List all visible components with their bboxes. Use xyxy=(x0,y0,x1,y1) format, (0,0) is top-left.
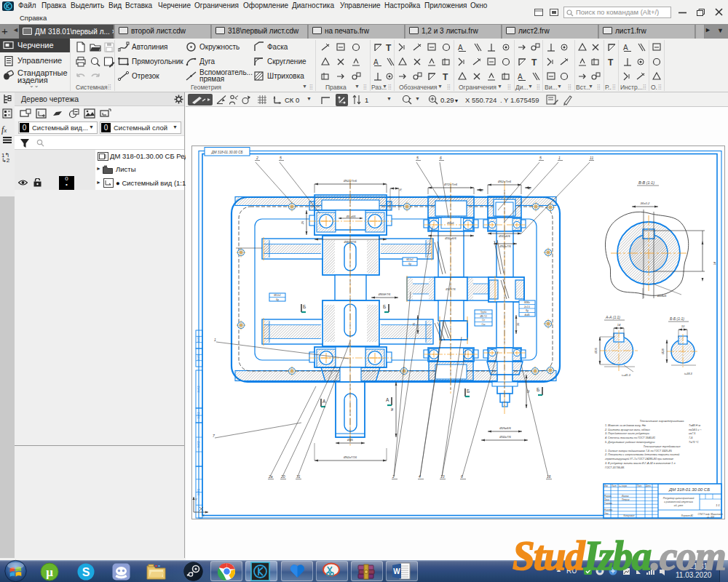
svg-text:75: 75 xyxy=(412,322,416,326)
svg-text:№ докум.: № докум. xyxy=(619,485,628,487)
svg-text:1: 1 xyxy=(214,338,216,342)
svg-text:Ø24к6: Ø24к6 xyxy=(657,294,667,298)
svg-text:ГОСТ 20799-88.: ГОСТ 20799-88. xyxy=(605,466,625,469)
svg-text:T: T xyxy=(608,57,614,67)
svg-text:Ø65Е7/6: Ø65Е7/6 xyxy=(378,292,391,296)
svg-text:Ø62к7/п6: Ø62к7/п6 xyxy=(497,180,512,183)
svg-text:7h: 7h xyxy=(400,188,403,191)
svg-text:Т.контр.: Т.контр. xyxy=(604,502,613,505)
svg-text:X: X xyxy=(202,514,205,517)
svg-text:Ø25к6/6: Ø25к6/6 xyxy=(499,426,511,430)
svg-text:Ø52к7/16: Ø52к7/16 xyxy=(343,455,357,459)
svg-text:1:1: 1:1 xyxy=(716,503,720,507)
svg-text:Ø25к6: Ø25к6 xyxy=(446,222,454,225)
svg-text:7-Б: 7-Б xyxy=(689,436,693,439)
svg-text:Ø32к6/6: Ø32к6/6 xyxy=(444,236,456,240)
svg-text:Разраб.: Разраб. xyxy=(604,495,612,498)
svg-text:Б: Б xyxy=(303,304,306,309)
svg-text:S: S xyxy=(82,566,90,578)
svg-text:2. Частота вращения вала, об/м: 2. Частота вращения вала, об/мин xyxy=(604,428,650,431)
svg-text:4: 4 xyxy=(419,474,421,479)
svg-text:2х1.5: 2х1.5 xyxy=(523,306,530,308)
svg-text:Труба: Труба xyxy=(480,311,487,314)
svg-text:Ø32к7/6: Ø32к7/6 xyxy=(499,435,511,439)
svg-text:Н.контр.: Н.контр. xyxy=(604,509,613,511)
svg-text:6: 6 xyxy=(461,474,463,479)
svg-text:ЗБ.ВГД: ЗБ.ВГД xyxy=(197,412,200,418)
svg-text:В-В (1:1): В-В (1:1) xyxy=(638,180,654,185)
svg-text:t₁=41.3: t₁=41.3 xyxy=(622,374,631,377)
svg-text:5: 5 xyxy=(280,156,282,160)
svg-text:11: 11 xyxy=(590,156,593,160)
svg-text:Т=48 Н·м: Т=48 Н·м xyxy=(689,424,700,427)
svg-text:W: W xyxy=(393,567,400,575)
svg-text:1. Момент на ведомом валу, Нм: 1. Момент на ведомом валу, Нм xyxy=(605,424,646,427)
svg-text:14: 14 xyxy=(617,323,621,327)
svg-text:36: 36 xyxy=(516,322,520,326)
svg-text:1. Осевые зазоры подшипников 7: 1. Осевые зазоры подшипников 7-Б по ГОСТ… xyxy=(605,450,673,453)
svg-text:Дата: Дата xyxy=(645,485,651,487)
svg-text:16: 16 xyxy=(547,474,551,479)
svg-text:Технические требования: Технические требования xyxy=(643,445,681,448)
svg-text:2а: 2а xyxy=(268,474,273,479)
svg-text:ЗБ.ВГД: ЗБ.ВГД xyxy=(197,336,200,343)
svg-text:T: T xyxy=(386,43,392,52)
svg-text:5. Допустимые рабочие температ: 5. Допустимые рабочие температуры xyxy=(605,441,655,444)
svg-text:36±0.2: 36±0.2 xyxy=(641,202,650,205)
svg-text:T: T xyxy=(531,57,537,67)
svg-text:A: A xyxy=(623,44,628,52)
svg-text:n=14.5 с⁻¹: n=14.5 с⁻¹ xyxy=(689,428,702,431)
svg-text:2. Плоскости с сопрягаемыми де: 2. Плоскости с сопрягаемыми деталями пок… xyxy=(604,453,679,456)
svg-text:М12х1: М12х1 xyxy=(274,294,281,297)
svg-text:Б: Б xyxy=(383,304,386,309)
svg-text:Формат А1: Формат А1 xyxy=(681,514,694,517)
svg-text:гр. 318: гр. 318 xyxy=(707,516,714,519)
svg-text:Б: Б xyxy=(467,388,470,394)
svg-text:u=7.5: u=7.5 xyxy=(689,432,696,435)
svg-text:сб. узел: сб. узел xyxy=(674,504,683,507)
svg-text:2: 2 xyxy=(392,474,395,479)
svg-text:25: 25 xyxy=(301,220,304,225)
svg-text:Изм: Изм xyxy=(604,485,608,487)
svg-text:5: 5 xyxy=(539,156,542,160)
svg-text:Ø35к6/6: Ø35к6/6 xyxy=(346,215,356,218)
svg-text:Техническая характеристика: Техническая характеристика xyxy=(640,419,684,423)
svg-text:с раздвоенной ступенью: с раздвоенной ступенью xyxy=(664,501,693,503)
svg-text:6: 6 xyxy=(440,156,442,160)
svg-text:М10х1: М10х1 xyxy=(406,258,414,261)
svg-text:6g: 6g xyxy=(526,309,529,312)
svg-text:ДМ 318-01.30.00 СБ: ДМ 318-01.30.00 СБ xyxy=(211,151,243,154)
svg-text:6g: 6g xyxy=(408,263,411,266)
svg-text:3. В редуктор залить масло И-Г: 3. В редуктор залить масло И-Г-А-32 в ко… xyxy=(605,462,675,465)
svg-text:A: A xyxy=(518,73,523,81)
svg-text:ДМ 318-01.30.00 СБ: ДМ 318-01.30.00 СБ xyxy=(668,487,710,492)
svg-text:герметизирующей УГ-7а ГОСТ 242: герметизирующей УГ-7а ГОСТ 24285-80 при … xyxy=(605,458,673,461)
svg-text:Копировал: Копировал xyxy=(624,514,635,517)
svg-text:4. Степень точности по ГОСТ 16: 4. Степень точности по ГОСТ 1643-81 xyxy=(605,436,655,439)
svg-text:3. Передаточное число редуктор: 3. Передаточное число редуктора xyxy=(605,432,649,435)
svg-text:13: 13 xyxy=(440,474,445,479)
svg-text:A: A xyxy=(373,58,379,66)
svg-text:Ø52к7/п6: Ø52к7/п6 xyxy=(343,179,357,183)
svg-text:А: А xyxy=(386,397,389,402)
svg-text:Редуктор цилиндрический: Редуктор цилиндрический xyxy=(663,497,695,500)
svg-text:7h: 7h xyxy=(480,189,483,192)
svg-text:Ø31к6/6: Ø31к6/6 xyxy=(498,234,510,238)
svg-text:2: 2 xyxy=(256,156,258,160)
svg-text:1: 1 xyxy=(558,156,561,160)
svg-text:Т=70 °С: Т=70 °С xyxy=(689,441,699,444)
svg-text:7h: 7h xyxy=(529,187,531,190)
svg-text:Сп: Сп xyxy=(482,319,485,322)
svg-text:Ø28: Ø28 xyxy=(661,348,665,355)
svg-text:Ø52к7/6: Ø52к7/6 xyxy=(499,244,511,248)
svg-text:Ø45: Ø45 xyxy=(347,438,354,442)
svg-text:А-А (1:1): А-А (1:1) xyxy=(605,315,620,319)
svg-text:ЗБ.ВГД: ЗБ.ВГД xyxy=(197,441,200,447)
svg-text:Лист: Лист xyxy=(611,485,617,487)
svg-text:Утв.: Утв. xyxy=(604,512,609,515)
svg-text:Ø30Е7/6: Ø30Е7/6 xyxy=(445,288,455,291)
svg-text:1А: 1А xyxy=(713,261,716,265)
svg-text:Ø36: Ø36 xyxy=(594,347,598,354)
svg-text:7: 7 xyxy=(213,434,215,438)
svg-text:Подп.: Подп. xyxy=(637,485,642,487)
